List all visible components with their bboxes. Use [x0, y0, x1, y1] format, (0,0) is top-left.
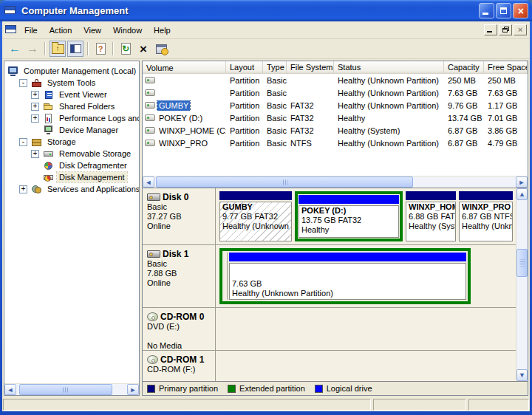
- close-icon: ×: [517, 6, 523, 16]
- mdi-restore-button[interactable]: [499, 24, 512, 35]
- title-bar[interactable]: Computer Management ×: [0, 0, 532, 21]
- forward-button[interactable]: →: [24, 41, 41, 57]
- cdrom-1-media-area: [216, 351, 516, 381]
- mdi-minimize-button[interactable]: [484, 24, 497, 35]
- column-layout[interactable]: Layout: [226, 61, 263, 73]
- tree-item-disk-defragmenter[interactable]: Disk Defragmenter: [4, 160, 139, 171]
- volume-list-header: Volume Layout Type File System Status Ca…: [143, 61, 528, 74]
- partition-legend: Primary partition Extended partition Log…: [143, 381, 528, 395]
- scroll-up-icon[interactable]: ▲: [516, 188, 528, 200]
- volume-row-gumby-selected[interactable]: GUMBY Partition Basic FAT32 Healthy (Unk…: [143, 99, 528, 112]
- column-status[interactable]: Status: [334, 61, 444, 73]
- forward-icon: →: [27, 43, 38, 55]
- menu-help[interactable]: Help: [148, 24, 177, 37]
- scroll-right-icon[interactable]: ►: [127, 384, 139, 395]
- show-hide-console-tree-button[interactable]: [67, 41, 83, 57]
- column-file-system[interactable]: File System: [287, 61, 334, 73]
- volume-row-winxp-home[interactable]: WINXP_HOME (C:) Partition Basic FAT32 He…: [143, 124, 528, 137]
- delete-icon: ×: [140, 43, 147, 55]
- cdrom-1-info[interactable]: CD-ROM 1 CD-ROM (F:): [143, 351, 216, 381]
- main-area: Computer Management (Local) - System Too…: [2, 59, 530, 397]
- expand-expander[interactable]: +: [31, 150, 39, 158]
- tree-item-system-tools[interactable]: - System Tools: [4, 77, 139, 89]
- legend-primary-partition: Primary partition: [147, 384, 218, 393]
- tree-item-disk-management[interactable]: Disk Management: [4, 171, 139, 183]
- services-icon: [31, 184, 42, 195]
- collapse-expander[interactable]: -: [19, 79, 27, 87]
- scroll-down-icon[interactable]: ▼: [516, 369, 528, 381]
- volume-row[interactable]: Partition Basic Healthy (Unknown Partiti…: [143, 86, 528, 99]
- console-tree: Computer Management (Local) - System Too…: [4, 61, 139, 383]
- tree-item-storage[interactable]: - Storage: [4, 136, 139, 148]
- volume-list-horizontal-scrollbar[interactable]: ◄ ►: [143, 176, 528, 188]
- tree-item-shared-folders[interactable]: + Shared Folders: [4, 100, 139, 112]
- partition-winxp-pro[interactable]: WINXP_PRO 6.87 GB NTFS Healthy (Unknown …: [459, 191, 513, 241]
- logical-drive-disk-1[interactable]: 7.63 GB Healthy (Unknown Partition): [229, 253, 466, 300]
- maximize-icon: [500, 7, 507, 14]
- console-system-menu-icon[interactable]: [5, 25, 17, 35]
- maximize-button[interactable]: [496, 3, 511, 18]
- menu-file[interactable]: File: [18, 24, 44, 37]
- tree-item-computer-management[interactable]: Computer Management (Local): [4, 65, 139, 77]
- expand-expander[interactable]: +: [31, 91, 39, 99]
- column-volume[interactable]: Volume: [143, 61, 226, 73]
- volume-row[interactable]: Partition Basic Healthy (Unknown Partiti…: [143, 74, 528, 86]
- partition-gumby[interactable]: GUMBY 9.77 GB FAT32 Healthy (Unknown Par…: [219, 191, 292, 241]
- expand-expander[interactable]: +: [19, 185, 27, 193]
- logical-drive-swatch: [315, 385, 323, 393]
- tree-horizontal-scrollbar[interactable]: ◄ ►: [4, 383, 139, 395]
- mdi-close-button[interactable]: ×: [514, 24, 527, 35]
- properties-icon: [156, 44, 167, 54]
- system-tools-icon: [31, 78, 42, 89]
- scroll-thumb[interactable]: [156, 176, 413, 188]
- tree-item-removable-storage[interactable]: + Removable Storage: [4, 148, 139, 160]
- back-button[interactable]: ←: [7, 41, 23, 57]
- tree-item-services-and-applications[interactable]: + Services and Applications: [4, 183, 139, 195]
- tree-item-performance-logs[interactable]: + Performance Logs and Alerts: [4, 112, 139, 124]
- volume-icon: [145, 77, 155, 83]
- logical-drive-bar: [229, 253, 466, 261]
- scroll-left-icon[interactable]: ◄: [143, 176, 154, 188]
- minimize-button[interactable]: [479, 3, 494, 18]
- menu-view[interactable]: View: [78, 24, 107, 37]
- performance-icon: [43, 113, 54, 124]
- legend-logical-drive: Logical drive: [315, 384, 372, 393]
- tree-item-event-viewer[interactable]: + Event Viewer: [4, 89, 139, 100]
- cdrom-0-info[interactable]: CD-ROM 0 DVD (E:) No Media: [143, 308, 216, 350]
- column-type[interactable]: Type: [263, 61, 287, 73]
- close-button[interactable]: ×: [513, 3, 528, 18]
- column-capacity[interactable]: Capacity: [444, 61, 484, 73]
- primary-partition-bar: [459, 191, 513, 200]
- tree-item-device-manager[interactable]: Device Manager: [4, 124, 139, 136]
- expand-expander[interactable]: +: [31, 114, 39, 123]
- help-button[interactable]: ?: [92, 41, 109, 57]
- column-free-space[interactable]: Free Space: [484, 61, 528, 73]
- volume-icon: [145, 102, 155, 109]
- disk-1-row: Disk 1 Basic 7.88 GB Online: [143, 245, 516, 308]
- scroll-thumb[interactable]: [516, 249, 528, 277]
- toolbar-separator: [44, 42, 46, 55]
- menu-window[interactable]: Window: [107, 24, 148, 37]
- refresh-icon: ↻: [121, 43, 131, 55]
- scroll-left-icon[interactable]: ◄: [4, 384, 16, 395]
- up-one-level-button[interactable]: ↑: [50, 41, 66, 57]
- properties-button[interactable]: [153, 41, 169, 57]
- collapse-expander[interactable]: -: [19, 138, 27, 146]
- device-manager-icon: [43, 125, 54, 136]
- scroll-thumb[interactable]: [19, 384, 112, 395]
- disk-0-info[interactable]: Disk 0 Basic 37.27 GB Online: [143, 188, 216, 244]
- extended-partition-disk-1[interactable]: 7.63 GB Healthy (Unknown Partition): [219, 248, 471, 304]
- partition-winxp-home[interactable]: WINXP_HOME (C:) 6.88 GB FAT32 Healthy (S…: [406, 191, 456, 241]
- scroll-right-icon[interactable]: ►: [516, 176, 528, 188]
- volume-row-pokey[interactable]: POKEY (D:) Partition Basic FAT32 Healthy…: [143, 112, 528, 124]
- refresh-button[interactable]: ↻: [117, 41, 134, 57]
- logical-drive-bar: [299, 195, 399, 204]
- removable-storage-icon: [43, 148, 54, 160]
- delete-button[interactable]: ×: [135, 41, 151, 57]
- partition-pokey[interactable]: POKEY (D:) 13.75 GB FAT32 Healthy: [295, 191, 403, 241]
- menu-action[interactable]: Action: [44, 24, 78, 37]
- disk-1-info[interactable]: Disk 1 Basic 7.88 GB Online: [143, 245, 216, 307]
- disk-view-vertical-scrollbar[interactable]: ▲ ▼: [516, 188, 528, 381]
- expand-expander[interactable]: +: [31, 103, 39, 111]
- volume-row-winxp-pro[interactable]: WINXP_PRO Partition Basic NTFS Healthy (…: [143, 137, 528, 149]
